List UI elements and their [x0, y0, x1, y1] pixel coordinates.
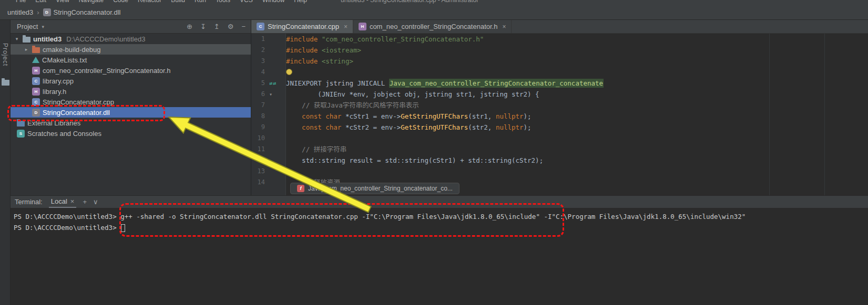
header-file-icon: H — [32, 67, 40, 75]
tree-item-label: Scratches and Consoles — [27, 130, 101, 138]
project-panel-title[interactable]: Project — [17, 23, 38, 30]
code-token: <string> — [322, 57, 353, 65]
breadcrumb-file[interactable]: StringConcatenator.dll — [54, 8, 121, 16]
tree-chevron-icon[interactable]: ▾ — [14, 36, 20, 41]
cpp-file-icon: C — [32, 98, 40, 106]
settings-gear-icon[interactable]: ⚙ — [228, 23, 234, 30]
gutter-spacer — [265, 177, 286, 188]
code-token: // 获取Java字符串的C风格字符串表示 — [286, 101, 419, 109]
gutter-spacer — [265, 122, 286, 133]
folder-icon — [23, 37, 30, 43]
code-line[interactable]: 9 const char *cStr2 = env->GetStringUTFC… — [251, 122, 868, 133]
code-line[interactable]: 13 — [251, 166, 868, 177]
menu-item-tools[interactable]: Tools — [216, 0, 230, 4]
tree-item-library-h[interactable]: Hlibrary.h — [11, 86, 251, 97]
gutter-spacer — [265, 133, 286, 144]
tree-item-label: library.cpp — [43, 77, 74, 85]
line-number: 11 — [251, 144, 265, 155]
menu-item-view[interactable]: View — [56, 0, 69, 4]
tree-item-label: External Libraries — [27, 119, 80, 127]
menu-item-edit[interactable]: Edit — [35, 0, 46, 4]
code-text: const char *cStr2 = env->GetStringUTFCha… — [286, 122, 532, 133]
tab-close-icon[interactable]: × — [70, 197, 75, 205]
menu-item-build[interactable]: Build — [171, 0, 185, 4]
code-token — [286, 112, 302, 120]
context-info-bar[interactable]: f Java_com_neo_controller_String_oncaten… — [290, 183, 459, 194]
code-line[interactable]: 4 — [251, 67, 868, 78]
line-number: 2 — [251, 45, 265, 56]
external-libraries-icon — [17, 121, 25, 127]
scroll-down-icon[interactable]: ↧ — [200, 23, 206, 30]
code-line[interactable]: 3#include <string> — [251, 56, 868, 67]
terminal-tab-local[interactable]: Local × — [49, 196, 77, 208]
line-number: 14 — [251, 177, 265, 188]
code-line[interactable]: 12 std::string result = std::string(cStr… — [251, 155, 868, 166]
line-number: 13 — [251, 166, 265, 177]
code-text: JNIEXPORT jstring JNICALL Java_com_neo_c… — [286, 78, 604, 89]
code-line[interactable]: 10 — [251, 133, 868, 144]
tab-close-icon[interactable]: × — [344, 23, 348, 30]
code-token: ); — [524, 112, 532, 120]
project-tool-tab[interactable]: Project — [2, 43, 9, 66]
line-number: 9 — [251, 122, 265, 133]
menu-item-code[interactable]: Code — [113, 0, 128, 4]
tree-item-label: StringConcatenator.dll — [43, 109, 110, 117]
code-token: *cStr2 = env-> — [345, 123, 401, 131]
project-tree: ▾untitled3D:\ACCCCDemo\untitled3▸cmake-b… — [11, 34, 251, 195]
code-line[interactable]: 8 const char *cStr1 = env->GetStringUTFC… — [251, 111, 868, 122]
chevron-down-icon[interactable]: ∨ — [93, 198, 98, 206]
code-line[interactable]: 5⇄⇄JNIEXPORT jstring JNICALL Java_com_ne… — [251, 78, 868, 89]
code-line[interactable]: 1#include "com_neo_controller_StringConc… — [251, 34, 868, 45]
dll-file-icon: D — [43, 8, 51, 16]
tree-item-cmakelists-txt[interactable]: CMakeLists.txt — [11, 55, 251, 65]
tab-close-icon[interactable]: × — [502, 23, 506, 30]
tree-item-scratches-and-consoles[interactable]: SScratches and Consoles — [11, 128, 251, 139]
tree-item-stringconcatenator-cpp[interactable]: CStringConcatenator.cpp — [11, 97, 251, 107]
tree-item-com-neo-controller-stringconcatenator-h[interactable]: Hcom_neo_controller_StringConcatenator.h — [11, 65, 251, 76]
terminal-text: PS D:\ACCCCDemo\untitled3> g++ -shared -… — [14, 213, 746, 220]
hide-panel-icon[interactable]: − — [241, 23, 246, 30]
gutter-spacer — [265, 56, 286, 67]
terminal-cursor[interactable] — [121, 224, 125, 232]
editor-tab[interactable]: CStringConcatenator.cpp× — [251, 20, 353, 33]
line-number: 10 — [251, 133, 265, 144]
code-line[interactable]: 11 // 拼接字符串 — [251, 144, 868, 155]
new-session-icon[interactable]: + — [83, 198, 87, 206]
tree-chevron-icon[interactable]: ▸ — [23, 47, 29, 52]
code-line[interactable]: 2#include <iostream> — [251, 45, 868, 56]
header-file-icon: H — [359, 23, 366, 30]
tree-item-label: com_neo_controller_StringConcatenator.h — [43, 67, 171, 75]
code-token: jstring — [325, 79, 353, 87]
folder-icon[interactable] — [2, 80, 9, 86]
menu-item-help[interactable]: Help — [294, 0, 307, 4]
gutter-icon: ▾ — [265, 89, 286, 100]
menu-item-window[interactable]: Window — [262, 0, 285, 4]
code-token — [286, 123, 302, 131]
tree-item-external-libraries[interactable]: External Libraries — [11, 118, 251, 128]
menu-item-refactor[interactable]: Refactor — [138, 0, 161, 4]
excluded-folder-icon — [32, 47, 40, 53]
intention-bulb-icon[interactable] — [286, 69, 292, 75]
scratches-icon: S — [17, 130, 25, 138]
code-token: // 拼接字符串 — [286, 145, 346, 153]
terminal-output[interactable]: PS D:\ACCCCDemo\untitled3> g++ -shared -… — [11, 208, 868, 233]
collapse-all-icon[interactable]: ↥ — [214, 23, 220, 30]
code-line[interactable]: 7 // 获取Java字符串的C风格字符串表示 — [251, 100, 868, 111]
tree-item-stringconcatenator-dll[interactable]: DStringConcatenator.dll — [11, 107, 251, 118]
menu-item-navigate[interactable]: Navigate — [79, 0, 104, 4]
breadcrumb-project[interactable]: untitled3 — [7, 8, 33, 16]
code-area[interactable]: 1#include "com_neo_controller_StringConc… — [251, 34, 868, 188]
menu-item-file[interactable]: File — [16, 0, 26, 4]
code-line[interactable]: 6▾ (JNIEnv *env, jobject obj, jstring st… — [251, 89, 868, 100]
terminal-line: PS D:\ACCCCDemo\untitled3> g++ -shared -… — [14, 211, 868, 222]
menu-item-run[interactable]: Run — [195, 0, 206, 4]
editor-tab[interactable]: Hcom_neo_controller_StringConcatenator.h… — [353, 20, 512, 33]
locate-file-icon[interactable]: ⊕ — [187, 23, 192, 30]
menu-item-vcs[interactable]: VCS — [240, 0, 253, 4]
tree-item-cmake-build-debug[interactable]: ▸cmake-build-debug — [11, 44, 251, 55]
code-token: *cStr1 = env-> — [345, 112, 401, 120]
tree-item-untitled3[interactable]: ▾untitled3D:\ACCCCDemo\untitled3 — [11, 34, 251, 44]
dll-file-icon: D — [32, 109, 40, 117]
caret-down-icon[interactable]: ▾ — [42, 24, 44, 29]
tree-item-library-cpp[interactable]: Clibrary.cpp — [11, 76, 251, 86]
